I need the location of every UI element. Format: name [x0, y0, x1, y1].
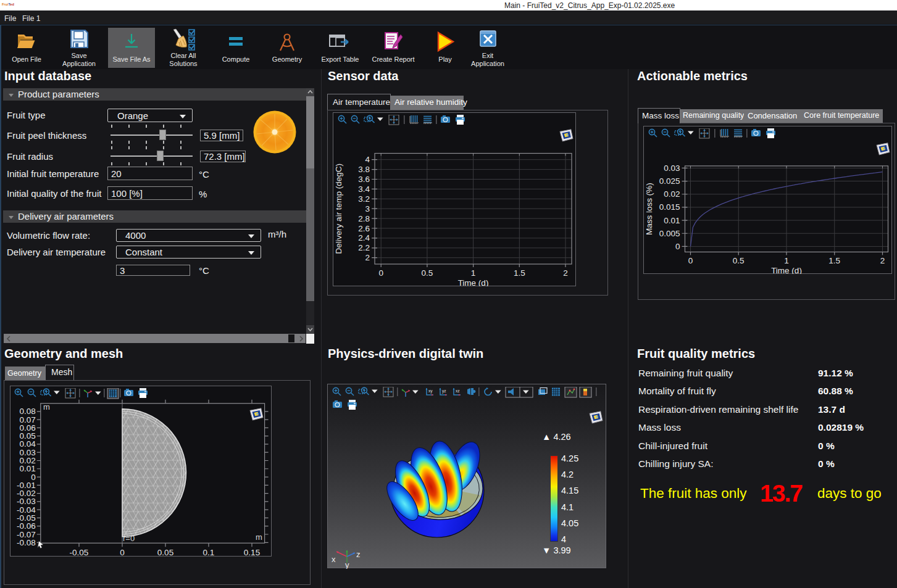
svg-text:0: 0: [675, 242, 680, 251]
svg-text:0: 0: [378, 268, 383, 278]
svg-text:1.5: 1.5: [828, 256, 840, 265]
svg-text:xz: xz: [456, 389, 460, 393]
svg-text:3.6: 3.6: [358, 175, 370, 184]
svg-text:2.2: 2.2: [358, 243, 370, 252]
svg-text:2: 2: [880, 256, 885, 265]
svg-text:0.1: 0.1: [203, 548, 215, 557]
svg-text:m: m: [256, 532, 262, 542]
svg-text:3.2: 3.2: [358, 194, 370, 204]
svg-text:0.15: 0.15: [244, 548, 260, 557]
svg-text:0.5: 0.5: [733, 256, 745, 265]
svg-text:yz: yz: [442, 389, 446, 394]
svg-text:z: z: [356, 550, 361, 559]
svg-text:2.6: 2.6: [358, 224, 370, 233]
svg-text:2.4: 2.4: [358, 233, 370, 242]
svg-text:2: 2: [563, 268, 568, 278]
svg-text:0.03: 0.03: [664, 164, 680, 173]
svg-text:-0.05: -0.05: [70, 548, 89, 557]
svg-text:4: 4: [365, 155, 370, 164]
svg-text:0.02: 0.02: [664, 189, 680, 199]
svg-text:3.8: 3.8: [358, 165, 370, 174]
svg-text:0.005: 0.005: [659, 229, 680, 238]
svg-text:x: x: [332, 555, 336, 564]
svg-text:0: 0: [120, 548, 125, 557]
svg-text:-0.08: -0.08: [17, 538, 36, 547]
svg-text:0.025: 0.025: [659, 176, 680, 186]
svg-text:Time (d): Time (d): [771, 266, 802, 274]
svg-text:1: 1: [784, 256, 789, 265]
svg-text:0.5: 0.5: [422, 268, 433, 278]
svg-text:0.01: 0.01: [664, 216, 680, 225]
svg-text:1: 1: [471, 268, 476, 278]
svg-text:xy: xy: [428, 389, 433, 394]
svg-text:3.4: 3.4: [358, 184, 370, 194]
svg-text:2: 2: [365, 253, 370, 262]
svg-text:Delivery air temp (degC): Delivery air temp (degC): [334, 164, 343, 254]
svg-text:1.5: 1.5: [514, 268, 525, 278]
svg-text:2.8: 2.8: [358, 214, 370, 223]
svg-text:Time (d): Time (d): [458, 278, 489, 286]
svg-text:0.015: 0.015: [659, 202, 680, 212]
svg-text:0: 0: [688, 256, 693, 265]
svg-text:m: m: [43, 402, 50, 412]
svg-text:Mass loss (%): Mass loss (%): [645, 183, 654, 235]
svg-text:0.05: 0.05: [157, 548, 173, 557]
svg-text:y: y: [345, 560, 349, 569]
svg-text:r=0: r=0: [123, 534, 135, 543]
svg-text:3: 3: [365, 204, 370, 213]
